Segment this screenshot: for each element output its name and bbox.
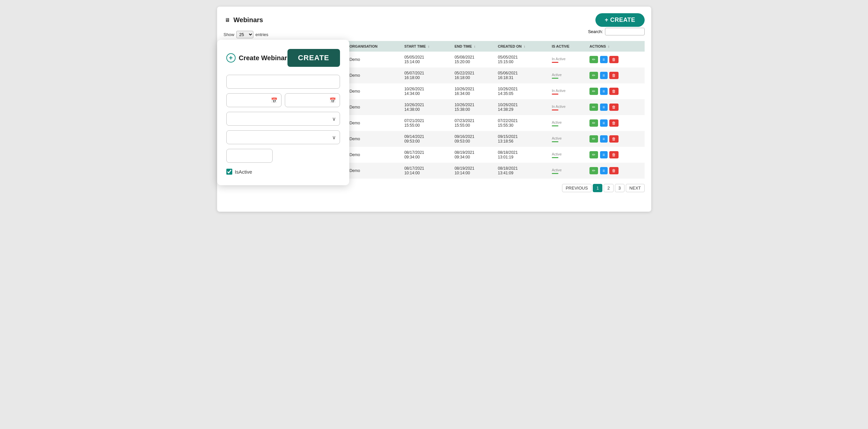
th-created-on: CREATED ON ↕ <box>495 41 549 52</box>
delete-button[interactable]: 🗑 <box>609 167 619 174</box>
delete-button[interactable]: 🗑 <box>609 104 619 111</box>
cell-is-active: In Active <box>549 99 587 115</box>
status-badge: In Active <box>552 89 566 93</box>
start-time-input[interactable] <box>226 93 281 107</box>
delete-button[interactable]: 🗑 <box>609 135 619 143</box>
view-button[interactable]: ≡ <box>600 88 608 95</box>
cell-org: Demo <box>347 67 402 83</box>
cell-start: 10/26/202114:34:00 <box>402 83 452 99</box>
delete-button[interactable]: 🗑 <box>609 119 619 127</box>
sort-icon-actions: ↕ <box>608 45 610 48</box>
view-button[interactable]: ≡ <box>600 151 608 159</box>
delete-button[interactable]: 🗑 <box>609 56 619 63</box>
page-title-row: 🖥 Webinars <box>224 16 264 24</box>
status-badge: Active <box>552 136 562 140</box>
status-indicator <box>552 173 558 174</box>
dropdown2-wrapper: Demo ∨ <box>226 130 340 144</box>
cell-actions: ✏ ≡ 🗑 <box>587 52 644 67</box>
cell-end: 07/23/202115:55:00 <box>452 115 495 131</box>
th-is-active: IS ACTIVE <box>549 41 587 52</box>
status-indicator <box>552 157 558 158</box>
webinar-name-input[interactable] <box>226 75 340 89</box>
view-button[interactable]: ≡ <box>600 72 608 79</box>
modal-overlay: + Create Webinar CREATE 📅 📅 <box>217 40 349 185</box>
delete-button[interactable]: 🗑 <box>609 72 619 79</box>
search-label: Search: <box>588 29 603 34</box>
edit-button[interactable]: ✏ <box>589 56 598 63</box>
organisation-select[interactable]: Demo <box>226 130 340 144</box>
end-time-wrapper: 📅 <box>285 93 340 107</box>
show-row: Show 25 10 50 100 entries <box>224 31 645 38</box>
status-indicator <box>552 110 558 111</box>
cell-end: 05/08/202115:20:00 <box>452 52 495 67</box>
next-button[interactable]: NEXT <box>626 184 645 192</box>
is-active-label: IsActive <box>235 169 252 175</box>
delete-button[interactable]: 🗑 <box>609 88 619 95</box>
page-1-button[interactable]: 1 <box>593 184 602 192</box>
page-2-button[interactable]: 2 <box>604 184 613 192</box>
edit-button[interactable]: ✏ <box>589 135 598 143</box>
end-time-input[interactable] <box>285 93 340 107</box>
cell-org: Demo <box>347 99 402 115</box>
create-button[interactable]: + CREATE <box>595 13 644 27</box>
cell-actions: ✏ ≡ 🗑 <box>587 131 644 147</box>
cell-is-active: Active <box>549 147 587 163</box>
status-indicator <box>552 94 558 94</box>
delete-button[interactable]: 🗑 <box>609 151 619 159</box>
edit-button[interactable]: ✏ <box>589 88 598 95</box>
create-webinar-modal: + Create Webinar CREATE 📅 📅 <box>217 40 349 185</box>
edit-button[interactable]: ✏ <box>589 151 598 159</box>
edit-button[interactable]: ✏ <box>589 167 598 174</box>
cell-start: 10/26/202114:38:00 <box>402 99 452 115</box>
status-badge: In Active <box>552 105 566 109</box>
cell-actions: ✏ ≡ 🗑 <box>587 115 644 131</box>
webinar-type-select[interactable]: Integrated Teams Zoom <box>226 112 340 126</box>
view-button[interactable]: ≡ <box>600 167 608 174</box>
view-button[interactable]: ≡ <box>600 104 608 111</box>
show-entries-select[interactable]: 25 10 50 100 <box>236 31 253 38</box>
cell-org: Demo <box>347 52 402 67</box>
cell-created: 08/18/202113:41:09 <box>495 163 549 179</box>
search-row: Search: <box>588 28 645 35</box>
cell-org: Demo <box>347 147 402 163</box>
cell-org: Demo <box>347 115 402 131</box>
modal-create-button[interactable]: CREATE <box>287 49 340 67</box>
previous-button[interactable]: PREVIOUS <box>562 184 591 192</box>
view-button[interactable]: ≡ <box>600 135 608 143</box>
cell-actions: ✏ ≡ 🗑 <box>587 67 644 83</box>
cell-org: Demo <box>347 83 402 99</box>
view-button[interactable]: ≡ <box>600 56 608 63</box>
sort-icon-created: ↕ <box>524 45 525 48</box>
cell-start: 05/07/202116:18:00 <box>402 67 452 83</box>
status-badge: In Active <box>552 57 566 61</box>
cell-end: 08/19/202110:14:00 <box>452 163 495 179</box>
th-organisation: ORGANISATION <box>347 41 402 52</box>
cell-actions: ✏ ≡ 🗑 <box>587 83 644 99</box>
cell-start: 08/17/202109:34:00 <box>402 147 452 163</box>
cell-is-active: Active <box>549 131 587 147</box>
edit-button[interactable]: ✏ <box>589 104 598 111</box>
monitor-icon: 🖥 <box>224 17 231 24</box>
cell-end: 10/26/202116:34:00 <box>452 83 495 99</box>
start-time-wrapper: 📅 <box>226 93 281 107</box>
search-input[interactable] <box>605 28 645 35</box>
show-label: Show <box>224 32 235 37</box>
sort-icon-end: ↕ <box>474 45 475 48</box>
page-3-button[interactable]: 3 <box>615 184 624 192</box>
edit-button[interactable]: ✏ <box>589 119 598 127</box>
small-field-input[interactable] <box>226 149 273 163</box>
cell-created: 10/26/202114:38:29 <box>495 99 549 115</box>
status-badge: Active <box>552 152 562 156</box>
th-start-time: START TIME ↕ <box>402 41 452 52</box>
cell-created: 10/26/202114:35:05 <box>495 83 549 99</box>
edit-button[interactable]: ✏ <box>589 72 598 79</box>
date-row: 📅 📅 <box>226 93 340 107</box>
th-actions: ACTIONS ↕ <box>587 41 644 52</box>
sort-icon-start: ↕ <box>428 45 430 48</box>
cell-is-active: Active <box>549 163 587 179</box>
status-indicator <box>552 62 558 63</box>
view-button[interactable]: ≡ <box>600 119 608 127</box>
modal-form: 📅 📅 Integrated Teams Zoom ∨ <box>226 75 340 175</box>
main-header: 🖥 Webinars + CREATE <box>224 13 645 27</box>
is-active-checkbox[interactable] <box>226 169 232 175</box>
